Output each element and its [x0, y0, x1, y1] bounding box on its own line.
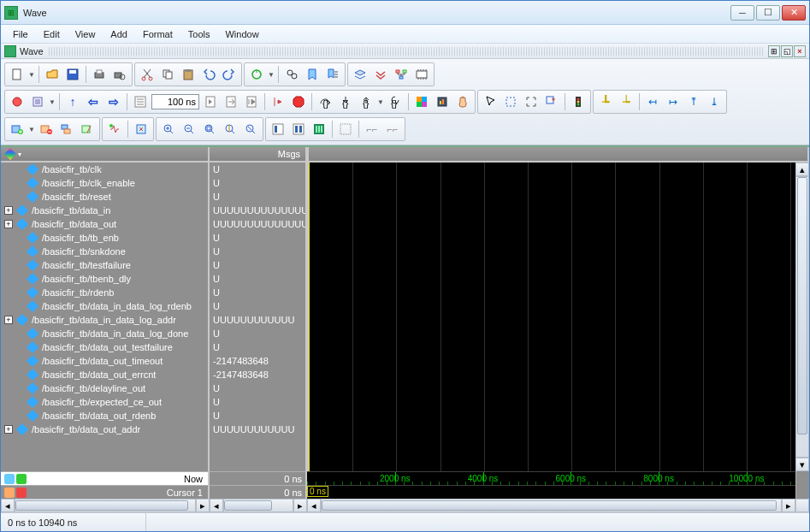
expand-toggle[interactable]: + [4, 206, 13, 215]
print-preview-button[interactable] [110, 65, 129, 84]
signal-row-doaddr[interactable]: +/basicfir_tb/data_out_addr [1, 423, 208, 436]
waveform-view[interactable] [307, 163, 795, 471]
wave-mode-1-button[interactable] [269, 120, 287, 139]
sig-hscroll-left-button[interactable]: ◂ [1, 499, 15, 512]
signal-value-dotf[interactable]: U [210, 340, 305, 354]
signal-value-testfail[interactable]: U [210, 258, 305, 272]
print-button[interactable] [90, 65, 109, 84]
signal-value-data_out[interactable]: UUUUUUUUUUUUUUUU [210, 217, 305, 231]
bookmark-button[interactable] [303, 65, 322, 84]
find-button[interactable] [282, 65, 301, 84]
zoom-region-button[interactable] [542, 92, 561, 111]
signal-row-doto[interactable]: /basicfir_tb/data_out_timeout [1, 354, 208, 368]
step-over-button[interactable]: {} [316, 92, 334, 111]
now-add-icon[interactable] [16, 474, 27, 484]
wave-mode-2-button[interactable] [289, 120, 308, 139]
open-button[interactable] [43, 65, 62, 84]
signal-value-doerr[interactable]: -2147483648 [210, 368, 305, 381]
prev-falling-button[interactable]: ⤒ [684, 92, 703, 111]
cursor-remove-icon[interactable] [16, 488, 27, 498]
vscroll-track[interactable] [795, 176, 809, 458]
signal-value-doaddr[interactable]: UUUUUUUUUUUU [210, 423, 305, 436]
signal-value-expce[interactable]: U [210, 395, 305, 409]
zoom-in-button[interactable] [159, 120, 178, 139]
menu-format[interactable]: Format [136, 27, 180, 41]
signal-row-data_out[interactable]: +/basicfir_tb/data_out [1, 217, 208, 231]
signal-value-rdenb[interactable]: U [210, 286, 305, 299]
wave-hscroll-track[interactable] [321, 499, 782, 512]
wave-hscroll-left-button[interactable]: ◂ [307, 499, 321, 512]
vscroll-down-button[interactable]: ▾ [795, 458, 809, 471]
menu-view[interactable]: View [68, 27, 103, 41]
next-button[interactable]: ⇨ [104, 92, 123, 111]
signal-row-dordenb[interactable]: /basicfir_tb/data_out_rdenb [1, 409, 208, 423]
signal-row-rdenb[interactable]: /basicfir_tb/rdenb [1, 286, 208, 299]
wave-mode-3-button[interactable] [310, 120, 328, 139]
val-hscroll-track[interactable] [223, 499, 293, 512]
signal-value-tb_enb[interactable]: U [210, 231, 305, 245]
signal-row-clk_enable[interactable]: /basicfir_tb/clk_enable [1, 176, 208, 190]
signal-value-dladdr[interactable]: UUUUUUUUUUUU [210, 313, 305, 327]
break-button[interactable] [8, 92, 27, 111]
layer-toggle-button[interactable] [351, 65, 370, 84]
minimize-button[interactable]: ─ [730, 5, 754, 21]
paste-button[interactable] [179, 65, 198, 84]
cursor-add-button[interactable]: ┺ [596, 92, 615, 111]
val-hscroll-left-button[interactable]: ◂ [210, 499, 223, 512]
next-edge-button[interactable]: ↦ [664, 92, 683, 111]
run-list-button[interactable] [131, 92, 150, 111]
transition-next-button[interactable]: ⌐⌐ [383, 120, 402, 139]
menu-file[interactable]: File [6, 27, 35, 41]
maximize-button[interactable]: ☐ [756, 5, 780, 21]
run-all-button[interactable] [222, 92, 240, 111]
continue-run-button[interactable] [242, 92, 261, 111]
signal-row-dldone[interactable]: /basicfir_tb/data_in_data_log_done [1, 327, 208, 340]
next-rising-button[interactable]: ⤓ [705, 92, 724, 111]
signal-values-pane[interactable]: UUUUUUUUUUUUUUUUUUUUUUUUUUUUUUUUUUUUUUUU… [210, 163, 307, 471]
redo-button[interactable] [220, 65, 239, 84]
collapse-button[interactable] [371, 65, 390, 84]
force-button[interactable] [132, 120, 151, 139]
val-hscroll-right-button[interactable]: ▸ [293, 499, 307, 512]
stoplight-button[interactable] [569, 92, 588, 111]
signal-value-snkdone[interactable]: U [210, 245, 305, 258]
select-rect-button[interactable] [501, 92, 520, 111]
cursor-lock-icon[interactable] [4, 488, 15, 498]
step-button[interactable] [269, 92, 287, 111]
signal-value-tbenb_dly[interactable]: U [210, 272, 305, 286]
prev-button[interactable]: ⇦ [84, 92, 103, 111]
signal-row-data_in[interactable]: +/basicfir_tb/data_in [1, 204, 208, 217]
run-button[interactable] [201, 92, 220, 111]
add-wave-button[interactable] [8, 120, 27, 139]
dock-close-button[interactable]: × [794, 45, 806, 57]
copy-button[interactable] [158, 65, 177, 84]
remove-wave-button[interactable] [37, 120, 56, 139]
step-out-button[interactable]: {} [357, 92, 375, 111]
options-button[interactable] [28, 92, 47, 111]
signal-row-snkdone[interactable]: /basicfir_tb/snkdone [1, 245, 208, 258]
cursor-strip[interactable]: 0 ns [307, 485, 795, 499]
signal-row-dlrdenb[interactable]: /basicfir_tb/data_in_data_log_rdenb [1, 299, 208, 313]
signal-row-delayout[interactable]: /basicfir_tb/delayline_out [1, 381, 208, 395]
expand-toggle[interactable]: + [4, 425, 13, 434]
sig-hscroll-track[interactable] [15, 499, 196, 512]
zoom-last-button[interactable] [241, 120, 260, 139]
dock-undock-button[interactable]: ◱ [781, 45, 793, 57]
dock-expand-button[interactable]: ⊞ [768, 45, 780, 57]
run-length-input[interactable] [151, 94, 199, 109]
dataflow-button[interactable] [392, 65, 411, 84]
signal-value-clk[interactable]: U [210, 163, 305, 176]
menu-add[interactable]: Add [103, 27, 134, 41]
step-return-button[interactable]: {} [386, 92, 405, 111]
zoom-cursor-button[interactable] [221, 120, 239, 139]
signal-names-pane[interactable]: /basicfir_tb/clk/basicfir_tb/clk_enable/… [1, 163, 210, 471]
memory-button[interactable] [412, 65, 431, 84]
profile-button[interactable] [433, 92, 452, 111]
time-ruler[interactable]: 2000 ns4000 ns6000 ns8000 ns10000 ns [307, 471, 795, 485]
signal-row-dladdr[interactable]: +/basicfir_tb/data_in_data_log_addr [1, 313, 208, 327]
signals-column-header[interactable]: ▾ [1, 147, 210, 163]
cursor-remove-button[interactable]: ┶ [617, 92, 636, 111]
zoom-out-button[interactable] [180, 120, 198, 139]
coverage-button[interactable] [412, 92, 431, 111]
cut-button[interactable] [138, 65, 157, 84]
